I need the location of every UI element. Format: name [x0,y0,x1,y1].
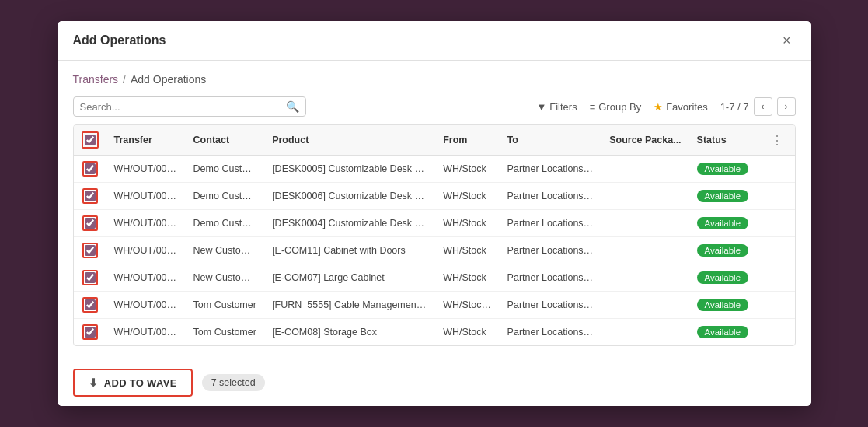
table-row: WH/OUT/000....Tom Customer[E-COM08] Stor… [74,319,795,346]
cell-to: Partner Locations/Custome... [500,156,602,183]
group-by-label: Group By [598,101,641,113]
pagination-next-button[interactable]: › [777,97,796,116]
row-checkbox[interactable] [85,191,96,201]
column-options-button[interactable]: ⋮ [768,133,786,148]
col-transfer: Transfer [106,125,186,156]
row-checkbox-wrapper[interactable] [82,324,98,340]
cell-status: Available [689,292,761,319]
modal-close-button[interactable]: × [778,32,796,49]
cell-status: Available [689,210,761,237]
table-row: WH/OUT/000....New Customer[E-COM07] Larg… [74,264,795,292]
cell-to: Partner Locations/Custome... [500,292,602,319]
row-checkbox[interactable] [85,163,96,174]
status-badge: Available [697,271,748,284]
row-checkbox[interactable] [85,218,96,229]
operations-table: Transfer Contact Product From To Source … [74,125,795,345]
col-source-package: Source Packa... [601,125,688,156]
cell-product: [FURN_5555] Cable Management Box [264,292,435,319]
cell-status: Available [689,237,761,264]
filters-button[interactable]: ▼ Filters [536,101,577,113]
cell-transfer: WH/OUT/000.... [106,292,186,319]
cell-to: Partner Locations/Custome... [500,319,602,346]
filters-label: Filters [549,101,577,113]
header-checkbox[interactable] [85,135,96,145]
modal-header: Add Operations × [58,21,811,61]
cell-status: Available [689,183,761,210]
cell-options [760,237,794,264]
status-badge: Available [697,326,748,338]
row-checkbox-wrapper[interactable] [82,188,98,204]
row-checkbox-cell [74,237,106,264]
row-checkbox-cell [74,264,106,292]
cell-transfer: WH/OUT/000.... [106,237,186,264]
cell-transfer: WH/OUT/000.... [106,264,186,292]
pagination-info: 1-7 / 7 ‹ › [720,97,796,116]
table-row: WH/OUT/000....Demo Customer[DESK0006] Cu… [74,183,795,210]
row-checkbox[interactable] [85,245,96,256]
row-checkbox-cell [74,319,106,346]
cell-from: WH/Stock [435,183,499,210]
cell-to: Partner Locations/Custome... [500,237,602,264]
search-icon[interactable]: 🔍 [286,100,299,113]
table-row: WH/OUT/000....Demo Customer[DESK0004] Cu… [74,210,795,237]
row-checkbox-wrapper[interactable] [82,215,98,231]
row-checkbox-wrapper[interactable] [82,243,98,258]
breadcrumb-transfers-link[interactable]: Transfers [73,73,119,86]
row-checkbox[interactable] [85,272,96,283]
cell-transfer: WH/OUT/000.... [106,319,186,346]
breadcrumb-separator: / [123,73,126,86]
cell-transfer: WH/OUT/000.... [106,183,186,210]
cell-options [760,264,794,292]
add-to-wave-button[interactable]: ⬇ ADD TO WAVE [73,369,193,397]
cell-from: WH/Stock [435,210,499,237]
cell-to: Partner Locations/Custome... [500,183,602,210]
cell-transfer: WH/OUT/000.... [106,156,186,183]
col-options: ⋮ [760,125,794,156]
search-box[interactable]: 🔍 [73,96,306,117]
cell-transfer: WH/OUT/000.... [106,210,186,237]
row-checkbox-wrapper[interactable] [82,161,98,177]
status-badge: Available [697,190,748,202]
cell-options [760,210,794,237]
favorites-button[interactable]: ★ Favorites [654,101,707,113]
header-checkbox-wrapper[interactable] [82,131,99,149]
add-operations-modal: Add Operations × Transfers / Add Operati… [58,21,811,406]
row-checkbox[interactable] [85,327,96,338]
cell-options [760,183,794,210]
cell-options [760,319,794,346]
toolbar-filters: ▼ Filters ≡ Group By ★ Favorites 1-7 / 7… [536,97,795,116]
row-checkbox-cell [74,292,106,319]
cell-product: [DESK0004] Customizable Desk (Alumi... [264,210,435,237]
cell-contact: Demo Customer [186,183,265,210]
pagination-text: 1-7 / 7 [720,101,749,113]
table-row: WH/OUT/000....Tom Customer[FURN_5555] Ca… [74,292,795,319]
cell-options [760,156,794,183]
row-checkbox-cell [74,210,106,237]
cell-source-package [601,264,688,292]
cell-source-package [601,183,688,210]
cell-source-package [601,210,688,237]
row-checkbox-wrapper[interactable] [82,297,98,313]
col-product: Product [264,125,435,156]
pagination-prev-button[interactable]: ‹ [754,97,772,116]
col-contact: Contact [186,125,265,156]
cell-status: Available [689,264,761,292]
status-badge: Available [697,244,748,257]
cell-from: WH/Stock [435,156,499,183]
status-badge: Available [697,163,748,175]
cell-product: [E-COM08] Storage Box [264,319,435,346]
group-by-button[interactable]: ≡ Group By [590,101,642,113]
search-input[interactable] [80,101,286,113]
table-body: WH/OUT/000....Demo Customer[DESK0005] Cu… [74,156,795,346]
row-checkbox[interactable] [85,299,96,310]
cell-from: WH/Stock/Shelf... [435,292,499,319]
cell-contact: Demo Customer [186,156,265,183]
cell-contact: New Customer [186,237,265,264]
row-checkbox-wrapper[interactable] [82,270,98,285]
operations-table-container: Transfer Contact Product From To Source … [73,124,796,346]
cell-from: WH/Stock [435,237,499,264]
status-badge: Available [697,217,748,229]
cell-product: [E-COM07] Large Cabinet [264,264,435,292]
cell-from: WH/Stock [435,264,499,292]
modal-footer: ⬇ ADD TO WAVE 7 selected [58,359,811,406]
